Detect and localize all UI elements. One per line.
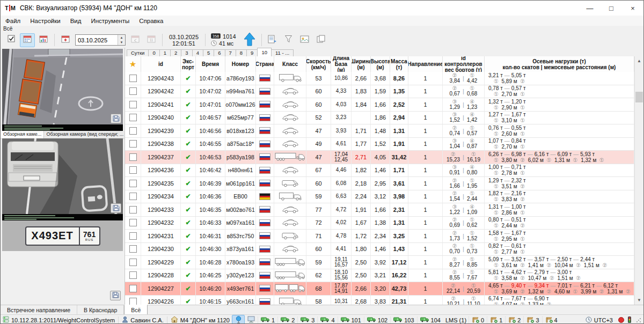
close-button[interactable]: × — [622, 1, 643, 16]
date-input[interactable]: 03.10.2025 ▲▼ — [75, 34, 126, 46]
row-select-checkbox[interactable] — [125, 72, 141, 85]
table-row[interactable]: 12904231✔10:46:31в853тс750714,781,722,34… — [125, 230, 634, 243]
table-row[interactable]: 12904237✔10:46:53р583уа1984717,0412,452,… — [125, 151, 634, 164]
lane-indicator-4[interactable]: 4 — [317, 316, 337, 323]
goto-date-button[interactable] — [58, 33, 73, 47]
lane-indicator-101[interactable]: 101 — [338, 316, 364, 323]
select-records-button[interactable] — [4, 33, 19, 47]
stats-view-button[interactable] — [36, 33, 51, 47]
menu-item[interactable]: Файл — [1, 18, 25, 24]
lane-indicator-103[interactable]: 103 — [390, 316, 416, 323]
crane-indicator-2[interactable]: 2 — [505, 316, 523, 324]
table-row[interactable]: 12904230✔10:46:30х873уа161604,411,801,46… — [125, 243, 634, 256]
table-row[interactable]: 12904232✔10:46:33м097ха161724,021,671,38… — [125, 217, 634, 230]
copy-button[interactable] — [313, 33, 328, 47]
lane-indicator-1[interactable]: 1 — [258, 316, 277, 323]
direction-tab[interactable]: Всё — [124, 305, 148, 315]
row-select-checkbox[interactable] — [125, 190, 141, 203]
table-row[interactable]: 12904236✔10:46:42н480нн61674,461,821,461… — [125, 164, 634, 178]
crane-indicator-0[interactable]: 0 — [469, 316, 487, 324]
minimize-button[interactable]: — — [579, 1, 601, 16]
hour-tab-0[interactable]: 0 — [148, 49, 159, 56]
camera-tab[interactable]: Обзорная камера (вид спереди; ... — [44, 131, 125, 138]
prev-day-button[interactable] — [128, 33, 143, 47]
table-row[interactable]: 12904242✔10:47:02н994на761604,331,831,59… — [125, 85, 634, 99]
table-row[interactable]: 12904238✔10:46:55а875ас18*494,611,771,52… — [125, 138, 634, 151]
row-select-checkbox[interactable] — [125, 124, 141, 137]
table-row[interactable]: 12904241✔10:47:01о070мм126604,031,841,66… — [125, 98, 634, 112]
scroll-to-top-button[interactable] — [241, 32, 258, 48]
column-header-direction[interactable]: Направление — [408, 56, 443, 72]
today-button[interactable]: 11 — [144, 33, 159, 47]
hour-tab-5[interactable]: 5 — [203, 49, 214, 56]
report-button[interactable] — [265, 33, 280, 47]
table-row[interactable]: 12904239✔10:46:56в018хв123473,931,711,48… — [125, 124, 634, 138]
hour-tab-2[interactable]: 2 — [170, 49, 181, 56]
day-view-button[interactable] — [20, 33, 35, 47]
hour-tab-Сутки[interactable]: Сутки — [127, 49, 149, 56]
column-header-star[interactable]: ★ — [125, 56, 141, 72]
column-header-id[interactable]: id — [141, 56, 181, 72]
row-select-checkbox[interactable] — [125, 177, 141, 190]
hour-tab-9[interactable]: 9 — [246, 49, 258, 56]
column-header-mass[interactable]: Масса (т) — [390, 56, 408, 72]
row-select-checkbox[interactable] — [125, 243, 141, 256]
menu-item[interactable]: Инструменты — [86, 18, 134, 24]
column-header-time[interactable]: Время — [196, 56, 225, 72]
row-select-checkbox[interactable] — [125, 296, 141, 305]
photo-card-button[interactable] — [297, 33, 312, 47]
save-plate-button[interactable] — [110, 291, 121, 300]
scroll-down-arrow[interactable]: ▼ — [635, 296, 643, 305]
row-select-checkbox[interactable] — [125, 98, 141, 111]
column-header-height[interactable]: Высота (м) — [371, 56, 390, 72]
table-row[interactable]: 12904227✔10:46:20х493ет7616817,8714,912,… — [125, 282, 634, 296]
lane-indicator-104[interactable]: 104 — [417, 316, 443, 323]
lane-indicator-102[interactable]: 102 — [364, 316, 390, 323]
menu-item[interactable]: Справка — [134, 18, 168, 24]
resize-grip[interactable] — [636, 318, 641, 323]
column-header-plate[interactable]: Номер — [225, 56, 256, 72]
column-header-width[interactable]: Ширина (м) — [352, 56, 371, 72]
map-pin-button[interactable] — [232, 315, 245, 324]
row-select-checkbox[interactable] — [125, 256, 141, 269]
scroll-thumb[interactable] — [635, 92, 643, 102]
scroll-up-arrow[interactable]: ▲ — [635, 56, 643, 65]
monitor-button[interactable] — [245, 315, 258, 324]
hour-tab-4[interactable]: 4 — [192, 49, 203, 56]
column-header-country[interactable]: Страна — [256, 56, 274, 72]
table-row[interactable]: 12904243✔10:47:06а786оу1935310,862,663,6… — [125, 72, 634, 85]
row-select-checkbox[interactable] — [125, 230, 141, 242]
table-row[interactable]: 12904233✔10:46:35м002во761774,721,911,66… — [125, 203, 634, 217]
row-select-checkbox[interactable] — [125, 269, 141, 282]
column-header-length[interactable]: Длина База (м) — [331, 56, 352, 72]
row-select-checkbox[interactable] — [125, 282, 141, 295]
direction-tab[interactable]: Встречное направление — [1, 305, 77, 315]
hour-tab-11 - ...[interactable]: 11 - ... — [271, 49, 294, 56]
lane-indicator-3[interactable]: 3 — [297, 316, 317, 323]
menu-item[interactable]: Вид — [65, 18, 86, 24]
table-row[interactable]: 12904235✔10:46:39м061рр161606,082,182,95… — [125, 177, 634, 190]
hour-tab-7[interactable]: 7 — [225, 49, 236, 56]
direction-tab[interactable]: В Краснодар — [77, 305, 124, 315]
vertical-scrollbar[interactable]: ▲ ▼ — [634, 56, 643, 305]
menu-item[interactable]: Настройки — [25, 18, 65, 24]
maximize-button[interactable]: □ — [601, 1, 622, 16]
crane-indicator-1[interactable]: 1 — [487, 316, 505, 324]
table-row[interactable]: 12904228✔10:46:25у302уе1236218,1015,562,… — [125, 269, 634, 283]
column-header-axles[interactable]: Осевые нагрузки (т) кол-во скатов | межо… — [485, 56, 634, 72]
table-row[interactable]: 12904234✔10:46:36EB00596,632,243,123,981… — [125, 190, 634, 204]
save-camera1-button[interactable] — [111, 114, 121, 123]
hour-tab-10[interactable]: 10 — [257, 48, 272, 56]
row-select-checkbox[interactable] — [125, 203, 141, 216]
table-row[interactable]: 12904226✔10:46:15у663сн1615810,312,683,8… — [125, 296, 634, 305]
column-header-controllers[interactable]: id контроллеров вес бортов (т) — [443, 56, 485, 72]
hour-tab-3[interactable]: 3 — [181, 49, 192, 56]
camera-tab[interactable]: Обзорная каме... — [1, 131, 44, 138]
filter-button[interactable] — [281, 33, 296, 47]
row-select-checkbox[interactable] — [125, 112, 141, 124]
crane-indicator-3[interactable]: 3 — [523, 316, 541, 324]
crane-indicator-4[interactable]: 4 — [542, 316, 560, 324]
row-select-checkbox[interactable] — [125, 151, 141, 164]
column-header-export[interactable]: Экс- порт — [181, 56, 196, 72]
hour-tab-6[interactable]: 6 — [214, 49, 225, 56]
